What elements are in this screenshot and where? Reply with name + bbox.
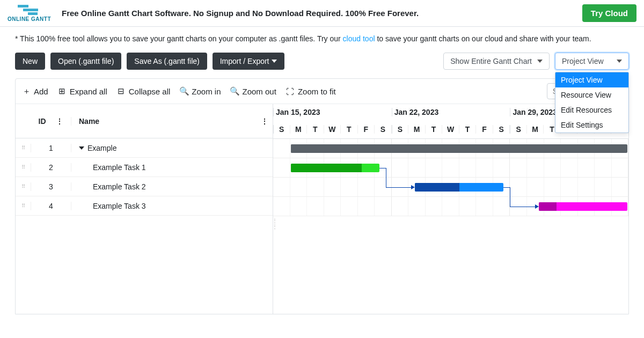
day-header-cell: F (358, 125, 375, 134)
gantt-bar[interactable] (291, 144, 627, 153)
caret-down-icon (272, 60, 277, 63)
zoom-fit-icon: ⛶ (286, 87, 295, 95)
day-header-cell: S (493, 125, 510, 134)
drag-handle-icon[interactable]: ⠿ (16, 203, 31, 209)
zoom-fit-button[interactable]: ⛶Zoom to fit (286, 87, 336, 96)
add-button[interactable]: ＋Add (22, 87, 48, 96)
saveas-button[interactable]: Save As (.gantt file) (127, 53, 207, 70)
day-header-cell: W (442, 125, 459, 134)
logo[interactable]: ONLINE GANTT (8, 5, 51, 22)
week-header-cell: Jan 29, 2023 (510, 108, 528, 116)
plus-icon: ＋ (22, 87, 31, 95)
day-header-cell: M (290, 125, 308, 134)
row-id: 1 (31, 144, 71, 152)
gantt-bar[interactable] (415, 183, 503, 192)
day-header-cell: T (307, 125, 324, 134)
zoom-out-button[interactable]: 🔍Zoom out (231, 87, 276, 96)
row-id: 4 (31, 202, 71, 210)
drag-handle-icon[interactable]: ⠿ (16, 183, 31, 189)
week-header-cell: Jan 22, 2023 (392, 108, 409, 116)
day-header-cell: M (408, 125, 426, 134)
day-header-cell: M (527, 125, 544, 134)
kebab-icon[interactable]: ⋮ (56, 117, 63, 126)
import-export-button[interactable]: Import / Export (213, 53, 284, 70)
day-header-cell: T (426, 125, 443, 134)
day-header-cell: S (273, 125, 290, 134)
view-dropdown-menu: Project View Resource View Edit Resource… (555, 72, 629, 133)
collapse-icon: ⊟ (117, 87, 126, 95)
day-header-cell: S (510, 125, 527, 134)
view-option-project[interactable]: Project View (555, 72, 628, 87)
table-row[interactable]: ⠿ 2 Example Task 1 (16, 158, 273, 177)
table-row[interactable]: ⠿ 4 Example Task 3 (16, 196, 273, 216)
gantt-bar[interactable] (539, 202, 627, 211)
row-name: Example (71, 144, 273, 152)
view-option-resource[interactable]: Resource View (555, 87, 628, 102)
expand-all-button[interactable]: ⊞Expand all (58, 87, 107, 96)
day-header-cell: S (375, 125, 392, 134)
new-button[interactable]: New (15, 53, 45, 70)
chevron-down-icon (537, 60, 543, 63)
day-header-cell: F (476, 125, 493, 134)
chevron-down-icon (617, 60, 622, 63)
try-cloud-button[interactable]: Try Cloud (582, 4, 636, 22)
day-header-cell: T (341, 125, 358, 134)
view-option-edit-resources[interactable]: Edit Resources (555, 102, 628, 117)
show-entire-dropdown[interactable]: Show Entire Gantt Chart (443, 53, 550, 70)
collapse-all-button[interactable]: ⊟Collapse all (117, 87, 171, 96)
row-id: 2 (31, 163, 71, 172)
logo-text: ONLINE GANTT (8, 16, 51, 22)
view-option-edit-settings[interactable]: Edit Settings (555, 117, 628, 133)
kebab-icon[interactable]: ⋮ (261, 117, 268, 126)
row-name: Example Task 2 (71, 182, 273, 191)
open-button[interactable]: Open (.gantt file) (50, 53, 121, 70)
tagline: Free Online Gantt Chart Software. No Sig… (62, 9, 582, 18)
row-name: Example Task 1 (71, 163, 273, 172)
gantt-bar[interactable] (291, 164, 379, 172)
splitter-handle[interactable]: ⋮⋮ (272, 218, 277, 230)
table-row[interactable]: ⠿ 1 Example (16, 138, 273, 158)
drag-handle-icon[interactable]: ⠿ (16, 164, 31, 170)
table-row[interactable]: ⠿ 3 Example Task 2 (16, 177, 273, 196)
column-id-header[interactable]: ID (39, 117, 46, 126)
zoom-in-icon: 🔍 (180, 87, 188, 95)
view-dropdown[interactable]: Project View (555, 53, 629, 70)
drag-handle-icon[interactable]: ⠿ (16, 145, 31, 151)
day-header-cell: W (324, 125, 341, 134)
zoom-in-button[interactable]: 🔍Zoom in (180, 87, 221, 96)
day-header-cell: S (392, 125, 409, 134)
day-header-cell: T (459, 125, 477, 134)
intro-text: * This 100% free tool allows you to save… (0, 27, 644, 50)
expand-caret-icon[interactable] (79, 146, 84, 150)
column-name-header[interactable]: Name (79, 117, 99, 126)
cloud-tool-link[interactable]: cloud tool (343, 34, 375, 43)
week-header-cell: Jan 15, 2023 (273, 108, 291, 116)
expand-icon: ⊞ (58, 87, 67, 95)
row-id: 3 (31, 182, 71, 191)
row-name: Example Task 3 (71, 202, 273, 210)
zoom-out-icon: 🔍 (231, 87, 239, 95)
